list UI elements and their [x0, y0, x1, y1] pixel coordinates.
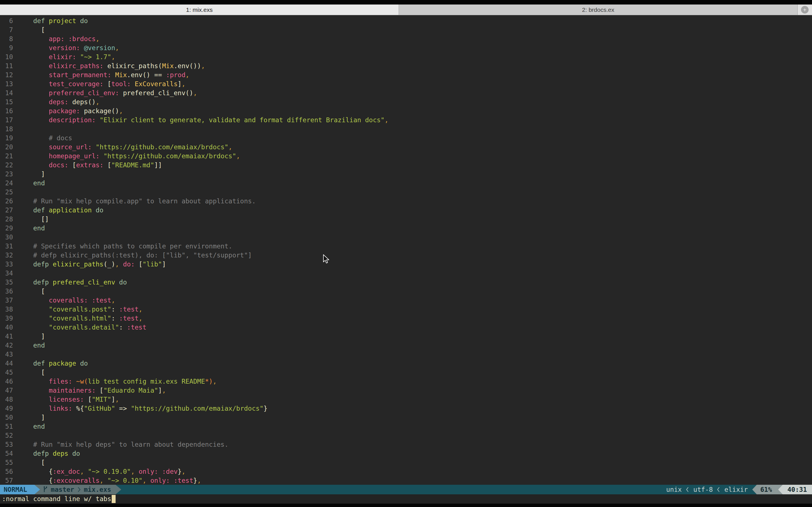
git-branch-name: master [51, 486, 74, 493]
line-number: 40 [0, 323, 26, 332]
code-line: 50 ] [0, 413, 812, 422]
mode-indicator: NORMAL [0, 485, 35, 494]
code-line: 42 end [0, 341, 812, 350]
command-text: :normal command line w/ tabs [2, 494, 111, 504]
code-line: 37 coveralls: :test, [0, 296, 812, 305]
vim-statusline: NORMAL master mix.exs unix utf-8 elixir … [0, 485, 812, 494]
code-line: 43 [0, 350, 812, 359]
code-line: 6 def project do [0, 16, 812, 25]
cursor-position-text: 40:31 [788, 486, 807, 493]
line-number: 8 [0, 34, 26, 43]
file-format: unix [666, 486, 682, 493]
code-line: 35 defp prefered_cli_env do [0, 278, 812, 287]
file-encoding: utf-8 [693, 486, 713, 493]
line-number: 43 [0, 350, 26, 359]
line-number: 21 [0, 152, 26, 161]
line-number: 6 [0, 16, 26, 25]
tab-brdocs-ex[interactable]: 2: brdocs.ex [399, 4, 797, 15]
code-line: 18 [0, 124, 812, 133]
line-number: 30 [0, 233, 26, 242]
code-line: 22 docs: [extras: ["README.md"]] [0, 161, 812, 170]
line-number: 48 [0, 395, 26, 404]
line-number: 36 [0, 287, 26, 296]
line-number: 37 [0, 296, 26, 305]
line-number: 11 [0, 61, 26, 70]
scroll-percent: 61% [757, 485, 778, 494]
powerline-arrow-icon [35, 485, 40, 494]
line-number: 24 [0, 179, 26, 187]
code-line: 53 # Run "mix help deps" to learn about … [0, 440, 812, 449]
line-number: 28 [0, 215, 26, 224]
powerline-arrow-icon [752, 485, 757, 494]
line-number: 18 [0, 124, 26, 133]
line-number: 25 [0, 187, 26, 196]
new-tab-button[interactable]: + [797, 4, 812, 15]
code-line: 15 deps: deps(), [0, 98, 812, 107]
code-line: 19 # docs [0, 133, 812, 143]
code-editor[interactable]: 6 def project do7 [8 app: :brdocs,9 vers… [0, 15, 812, 485]
code-line: 57 {:excoveralls, "~> 0.10", only: :test… [0, 476, 812, 485]
code-line: 49 links: %{"GitHub" => "https://github.… [0, 404, 812, 413]
tab-label: 1: mix.exs [186, 6, 213, 13]
line-number: 55 [0, 458, 26, 467]
file-type: elixir [724, 486, 748, 493]
line-number: 20 [0, 143, 26, 152]
line-number: 23 [0, 170, 26, 179]
window-bottom-strip [0, 504, 812, 507]
code-line: 29 end [0, 224, 812, 233]
vim-command-line[interactable]: :normal command line w/ tabs [0, 494, 812, 504]
code-line: 17 description: "Elixir client to genera… [0, 115, 812, 124]
tab-label: 2: brdocs.ex [582, 6, 614, 13]
code-line: 14 preferred_cli_env: prefered_cli_env()… [0, 89, 812, 98]
line-number: 35 [0, 278, 26, 287]
code-line: 44 def package do [0, 359, 812, 368]
code-line: 38 "coveralls.post": :test, [0, 305, 812, 314]
line-number: 46 [0, 377, 26, 386]
code-line: 54 defp deps do [0, 449, 812, 458]
code-line: 40 "coveralls.detail": :test [0, 323, 812, 332]
branch-file-segment: master mix.exs [40, 485, 116, 494]
mode-text: NORMAL [4, 486, 27, 493]
code-line: 8 app: :brdocs, [0, 34, 812, 43]
line-number: 29 [0, 224, 26, 233]
code-line: 56 {:ex_doc, "~> 0.19.0", only: :dev}, [0, 467, 812, 476]
file-info-segment: unix utf-8 elixir [666, 485, 753, 494]
code-line: 7 [ [0, 25, 812, 34]
plus-icon: + [801, 6, 809, 13]
line-number: 38 [0, 305, 26, 314]
line-number: 9 [0, 43, 26, 52]
line-number: 32 [0, 251, 26, 260]
code-line: 51 end [0, 422, 812, 431]
line-number: 41 [0, 332, 26, 341]
line-number: 17 [0, 115, 26, 124]
line-number: 34 [0, 269, 26, 278]
powerline-arrow-icon [116, 485, 121, 494]
chevron-left-icon [717, 486, 720, 493]
powerline-arrow-icon [778, 485, 783, 494]
code-line: 28 [] [0, 215, 812, 224]
code-line: 36 [ [0, 287, 812, 296]
line-number: 42 [0, 341, 26, 350]
line-number: 12 [0, 70, 26, 79]
line-number: 19 [0, 133, 26, 143]
code-line: 39 "coveralls.html": :test, [0, 314, 812, 323]
tab-mix-exs[interactable]: 1: mix.exs [0, 4, 399, 15]
code-line: 21 homepage_url: "https://github.com/ema… [0, 152, 812, 161]
line-number: 50 [0, 413, 26, 422]
code-line: 31 # Specifies which paths to compile pe… [0, 242, 812, 251]
line-number: 53 [0, 440, 26, 449]
code-line: 45 [ [0, 368, 812, 377]
chevron-left-icon [686, 486, 689, 493]
line-number: 57 [0, 476, 26, 485]
line-number: 45 [0, 368, 26, 377]
terminal-tab-bar: 1: mix.exs 2: brdocs.ex + [0, 4, 812, 15]
line-number: 15 [0, 98, 26, 107]
line-number: 44 [0, 359, 26, 368]
line-number: 22 [0, 161, 26, 170]
code-line: 47 maintainers: ["Eduardo Maia"], [0, 386, 812, 395]
line-number: 26 [0, 196, 26, 206]
line-number: 51 [0, 422, 26, 431]
git-branch-icon [43, 486, 48, 493]
code-line: 12 start_permanent: Mix.env() == :prod, [0, 70, 812, 79]
code-line: 10 elixir: "~> 1.7", [0, 52, 812, 61]
